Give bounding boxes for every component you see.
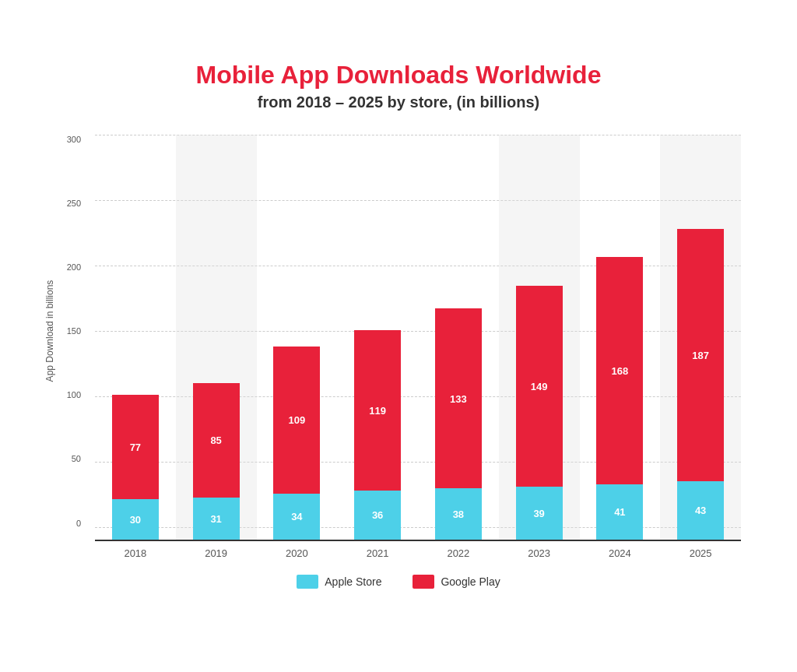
google-label-2021: 119 [369, 405, 386, 417]
legend-google-label: Google Play [441, 575, 500, 588]
y-label-250: 250 [67, 199, 87, 208]
bar-group-2019: 8531 [176, 135, 257, 540]
chart-area: App Download in billions 300 250 200 150… [95, 135, 741, 559]
bar-column-2018: 7730 [112, 135, 159, 540]
legend-apple-label: Apple Store [325, 575, 381, 588]
x-label-2018: 2018 [95, 547, 176, 559]
apple-label-2021: 36 [372, 509, 383, 521]
google-label-2019: 85 [210, 435, 221, 446]
bar-column-2020: 10934 [273, 135, 320, 540]
bar-google-2022: 133 [435, 308, 482, 488]
x-axis: 20182019202020212022202320242025 [95, 547, 741, 559]
apple-label-2019: 31 [210, 512, 221, 524]
baseline [95, 540, 741, 541]
legend-google-color [413, 575, 434, 589]
bar-google-2020: 109 [273, 347, 320, 494]
bar-column-2022: 13338 [435, 135, 482, 540]
chart-container: Mobile App Downloads Worldwide from 2018… [25, 37, 772, 635]
bar-group-2024: 16841 [580, 135, 661, 540]
x-label-2024: 2024 [580, 547, 661, 559]
legend-apple: Apple Store [297, 575, 381, 589]
google-label-2022: 133 [450, 392, 467, 404]
legend-google: Google Play [413, 575, 500, 589]
bar-google-2019: 85 [193, 383, 240, 498]
bar-google-2018: 77 [112, 395, 159, 498]
bars-wrapper: 77308531109341193613338149391684118743 2… [95, 135, 741, 559]
bar-apple-2025: 43 [677, 481, 724, 540]
bar-apple-2024: 41 [596, 484, 643, 540]
apple-label-2018: 30 [130, 513, 141, 525]
bar-group-2023: 14939 [499, 135, 580, 540]
google-label-2024: 168 [612, 365, 629, 377]
bar-google-2021: 119 [354, 330, 401, 491]
bar-apple-2021: 36 [354, 491, 401, 539]
x-label-2025: 2025 [660, 547, 741, 559]
y-axis: 300 250 200 150 100 50 0 [40, 135, 87, 528]
bar-column-2021: 11936 [354, 135, 401, 540]
apple-label-2023: 39 [533, 507, 544, 519]
bar-group-2021: 11936 [337, 135, 418, 540]
x-label-2019: 2019 [176, 547, 257, 559]
y-label-300: 300 [67, 135, 87, 144]
bar-group-2020: 10934 [257, 135, 338, 540]
bars-row: 77308531109341193613338149391684118743 [95, 135, 741, 540]
google-label-2023: 149 [531, 380, 548, 392]
x-label-2023: 2023 [499, 547, 580, 559]
bar-apple-2019: 31 [193, 498, 240, 540]
bar-group-2022: 13338 [418, 135, 499, 540]
bar-apple-2023: 39 [516, 487, 563, 540]
bar-google-2025: 187 [677, 229, 724, 481]
bar-apple-2020: 34 [273, 494, 320, 540]
chart-title: Mobile App Downloads Worldwide [40, 60, 757, 90]
apple-label-2022: 38 [453, 508, 464, 519]
y-label-200: 200 [67, 262, 87, 272]
y-label-150: 150 [67, 326, 87, 336]
bar-google-2024: 168 [596, 257, 643, 484]
bar-column-2019: 8531 [193, 135, 240, 540]
bar-group-2025: 18743 [660, 135, 741, 540]
bar-group-2018: 7730 [95, 135, 176, 540]
bar-apple-2022: 38 [435, 488, 482, 540]
x-label-2022: 2022 [418, 547, 499, 559]
x-label-2021: 2021 [337, 547, 418, 559]
bar-apple-2018: 30 [112, 499, 159, 540]
y-label-100: 100 [67, 390, 87, 399]
chart-subtitle: from 2018 – 2025 by store, (in billions) [40, 93, 757, 111]
legend: Apple Store Google Play [40, 575, 757, 589]
bar-column-2024: 16841 [596, 135, 643, 540]
bar-google-2023: 149 [516, 286, 563, 487]
y-label-50: 50 [72, 454, 87, 463]
y-label-0: 0 [76, 519, 87, 528]
x-label-2020: 2020 [257, 547, 338, 559]
apple-label-2025: 43 [695, 505, 706, 516]
google-label-2018: 77 [130, 441, 141, 452]
bar-column-2025: 18743 [677, 135, 724, 540]
bar-column-2023: 14939 [516, 135, 563, 540]
apple-label-2024: 41 [614, 506, 625, 518]
google-label-2020: 109 [289, 414, 306, 426]
apple-label-2020: 34 [291, 511, 302, 522]
legend-apple-color [297, 575, 318, 589]
google-label-2025: 187 [692, 350, 709, 361]
